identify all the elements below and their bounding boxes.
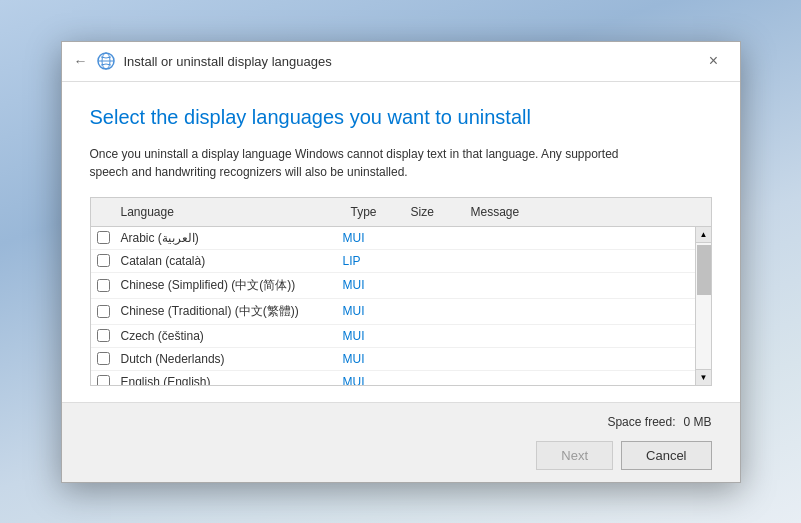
table-row: Arabic (العربية) MUI [91, 227, 695, 250]
row-6-checkbox[interactable] [97, 375, 110, 385]
dialog-content: Select the display languages you want to… [62, 82, 740, 402]
row-3-checkbox[interactable] [97, 305, 110, 318]
header-size: Size [405, 202, 465, 222]
page-heading: Select the display languages you want to… [90, 106, 712, 129]
row-checkbox-cell [91, 227, 115, 248]
row-5-size [397, 355, 457, 363]
row-1-type: LIP [337, 250, 397, 272]
row-checkbox-cell [91, 250, 115, 271]
row-checkbox-cell [91, 301, 115, 322]
language-icon [96, 51, 116, 71]
row-2-size [397, 281, 457, 289]
dialog-title: Install or uninstall display languages [124, 54, 700, 69]
header-type: Type [345, 202, 405, 222]
header-checkbox [91, 202, 115, 222]
row-6-message [457, 378, 679, 385]
header-language: Language [115, 202, 345, 222]
list-body-wrapper: Arabic (العربية) MUI Catalan (català) LI… [91, 227, 711, 385]
title-bar: ← Install or uninstall display languages… [62, 42, 740, 82]
scroll-thumb[interactable] [697, 245, 711, 295]
list-scrollable[interactable]: Arabic (العربية) MUI Catalan (català) LI… [91, 227, 695, 385]
row-checkbox-cell [91, 325, 115, 346]
row-checkbox-cell [91, 371, 115, 385]
scrollbar[interactable]: ▲ ▼ [695, 227, 711, 385]
table-row: Dutch (Nederlands) MUI [91, 348, 695, 371]
row-checkbox-cell [91, 348, 115, 369]
row-4-size [397, 332, 457, 340]
row-5-message [457, 355, 679, 363]
scroll-down-button[interactable]: ▼ [696, 369, 712, 385]
row-5-language: Dutch (Nederlands) [115, 348, 337, 370]
scroll-track [696, 243, 711, 369]
row-2-checkbox[interactable] [97, 279, 110, 292]
button-row: Next Cancel [90, 441, 712, 470]
dialog-footer: Space freed: 0 MB Next Cancel [62, 402, 740, 482]
row-2-message [457, 281, 679, 289]
row-0-checkbox[interactable] [97, 231, 110, 244]
back-button[interactable]: ← [74, 53, 88, 69]
dialog-window: ← Install or uninstall display languages… [61, 41, 741, 483]
row-1-message [457, 257, 679, 265]
row-0-size [397, 234, 457, 242]
row-4-checkbox[interactable] [97, 329, 110, 342]
language-list: Language Type Size Message Arabic (العرب… [90, 197, 712, 386]
table-row: Catalan (català) LIP [91, 250, 695, 273]
row-3-language: Chinese (Traditional) (中文(繁體)) [115, 299, 337, 324]
header-message: Message [465, 202, 695, 222]
space-freed-label: Space freed: [607, 415, 675, 429]
row-1-checkbox[interactable] [97, 254, 110, 267]
row-0-type: MUI [337, 227, 397, 249]
row-1-language: Catalan (català) [115, 250, 337, 272]
cancel-button[interactable]: Cancel [621, 441, 711, 470]
table-row: English (English) MUI [91, 371, 695, 385]
row-4-language: Czech (čeština) [115, 325, 337, 347]
row-2-language: Chinese (Simplified) (中文(简体)) [115, 273, 337, 298]
row-2-type: MUI [337, 274, 397, 296]
row-4-type: MUI [337, 325, 397, 347]
row-5-checkbox[interactable] [97, 352, 110, 365]
row-6-type: MUI [337, 371, 397, 385]
row-4-message [457, 332, 679, 340]
row-1-size [397, 257, 457, 265]
row-3-type: MUI [337, 300, 397, 322]
row-0-language: Arabic (العربية) [115, 227, 337, 249]
next-button[interactable]: Next [536, 441, 613, 470]
row-6-language: English (English) [115, 371, 337, 385]
row-6-size [397, 378, 457, 385]
row-3-message [457, 307, 679, 315]
row-0-message [457, 234, 679, 242]
table-row: Chinese (Traditional) (中文(繁體)) MUI [91, 299, 695, 325]
space-freed-row: Space freed: 0 MB [90, 415, 712, 429]
row-3-size [397, 307, 457, 315]
row-checkbox-cell [91, 275, 115, 296]
header-scroll [695, 202, 711, 222]
scroll-up-button[interactable]: ▲ [696, 227, 712, 243]
space-freed-value: 0 MB [683, 415, 711, 429]
close-button[interactable]: × [700, 47, 728, 75]
description-text: Once you uninstall a display language Wi… [90, 145, 712, 181]
table-header: Language Type Size Message [91, 198, 711, 227]
row-5-type: MUI [337, 348, 397, 370]
table-row: Chinese (Simplified) (中文(简体)) MUI [91, 273, 695, 299]
table-row: Czech (čeština) MUI [91, 325, 695, 348]
